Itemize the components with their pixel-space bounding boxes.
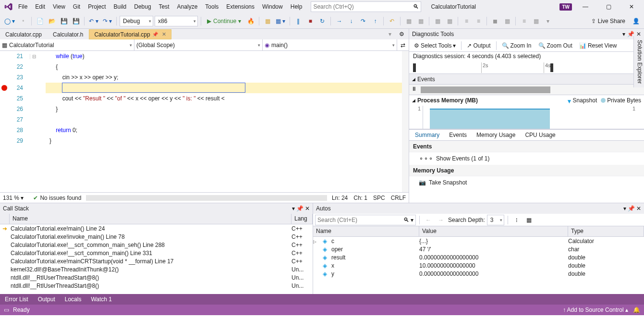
tool-icon[interactable]: ▦ [262,16,273,26]
tool-icon[interactable]: ▦ [524,215,535,225]
pin-icon[interactable]: 📌 [628,205,635,212]
scope-combo[interactable]: (Global Scope) [134,39,263,50]
code-line[interactable]: } [46,104,409,114]
call-stack-row[interactable]: CalculatorTutorial.exe!__scrt_common_mai… [0,249,313,257]
preview-icon[interactable]: ▾ [385,29,395,39]
diag-tab-events[interactable]: Events [445,130,471,140]
undo-icon[interactable]: ↶ ▾ [87,16,99,26]
events-section-header[interactable]: ◢Events [409,74,644,85]
reset-view-button[interactable]: 📊Reset View [576,40,620,51]
autos-row[interactable]: ◈oper47 '/'char [313,245,644,253]
autos-row[interactable]: ▷◈c{...}Calculator [313,237,644,245]
config-dropdown[interactable]: Debug [120,16,153,26]
call-stack-row[interactable]: CalculatorTutorial.exe!__scrt_common_mai… [0,241,313,249]
global-search-box[interactable]: 🔍︎ [311,1,421,12]
global-search-input[interactable] [313,3,413,10]
timeline-selection-start[interactable] [413,63,416,72]
stop-icon[interactable]: ■ [305,16,316,26]
function-combo[interactable]: ◉ main() [263,39,397,50]
menu-test[interactable]: Test [155,1,173,12]
tool-icon[interactable]: ≡ [461,16,472,26]
lang-column[interactable]: Lang [292,214,313,224]
step-into-icon[interactable]: ↓ [346,16,356,26]
restart-icon[interactable]: ↻ [317,16,328,26]
close-icon[interactable]: ✕ [162,31,166,37]
show-next-icon[interactable]: → [334,16,344,26]
tool-icon[interactable]: ▦ [444,16,455,26]
search-forward-icon[interactable]: → [436,215,446,225]
window-dropdown-icon[interactable]: ▾ [623,205,626,212]
zoom-out-button[interactable]: 🔍Zoom Out [535,40,575,51]
hot-reload-icon[interactable]: 🔥 [245,16,256,26]
diag-tab-summary[interactable]: Summary [411,130,443,140]
tool-icon[interactable]: ▦ ▾ [274,16,287,26]
close-icon[interactable]: ✕ [622,0,641,13]
code-line[interactable]: while (true) [46,51,409,61]
zoom-level[interactable]: 131 % ▾ [3,195,24,201]
forward-nav-icon[interactable]: • [18,16,28,26]
bottom-tab-output[interactable]: Output [33,294,60,304]
call-stack-row[interactable]: CalculatorTutorial.exe!invoke_main() Lin… [0,233,313,241]
output-button[interactable]: ↗Output [464,40,493,51]
menu-file[interactable]: File [14,1,31,12]
code-line[interactable]: } [46,135,409,146]
autos-row[interactable]: ◈x10.000000000000000double [313,261,644,270]
expand-icon[interactable]: ▷ [313,239,316,244]
menu-edit[interactable]: Edit [31,1,49,12]
platform-dropdown[interactable]: x86 [155,16,198,26]
save-all-icon[interactable]: 💾 [71,16,81,26]
notifications-icon[interactable]: 🔔 [633,307,640,313]
window-dropdown-icon[interactable]: ▾ [622,31,625,37]
name-column[interactable]: Name [313,226,419,236]
tool-icon[interactable]: ≡ [473,16,484,26]
file-tab[interactable]: Calculator.cpp [0,29,47,39]
call-stack-row[interactable]: CalculatorTutorial.exe!mainCRTStartup(vo… [0,257,313,265]
depth-dropdown[interactable]: 3 [487,215,504,225]
code-line[interactable] [46,114,409,125]
diag-tab-cpu-usage[interactable]: CPU Usage [521,130,559,140]
menu-window[interactable]: Window [258,1,287,12]
menu-help[interactable]: Help [287,1,306,12]
open-icon[interactable]: 📂 [47,16,57,26]
file-tab[interactable]: Calculator.h [48,29,88,39]
menu-project[interactable]: Project [84,1,109,12]
window-dropdown-icon[interactable]: ▾ [292,205,295,212]
step-out-icon[interactable]: ↑ [370,16,380,26]
project-combo[interactable]: ▦ CalculatorTutorial [0,39,134,50]
name-column[interactable]: Name [10,214,292,224]
menu-git[interactable]: Git [69,1,84,12]
save-icon[interactable]: 💾 [59,16,69,26]
tool-icon[interactable]: ▦ [531,16,541,26]
type-column[interactable]: Type [568,226,644,236]
tool-icon[interactable]: ▦ [502,16,512,26]
split-icon[interactable]: ⇄ [397,42,409,49]
bottom-tab-locals[interactable]: Locals [60,294,86,304]
feedback-icon[interactable]: 👤 [631,16,641,26]
file-tab[interactable]: CalculatorTutorial.cpp 📌 ✕ [89,29,171,39]
menu-extensions[interactable]: Extensions [222,1,258,12]
continue-button[interactable]: ▶ Continue ▾ [204,18,244,25]
menu-debug[interactable]: Debug [130,1,155,12]
menu-analyze[interactable]: Analyze [173,1,202,12]
zoom-in-button[interactable]: 🔍Zoom In [499,40,535,51]
issues-indicator[interactable]: ✔ No issues found [33,195,81,201]
memory-section-header[interactable]: ◢ Process Memory (MB) ▼Snapshot Private … [409,95,644,106]
select-tools-button[interactable]: ⚙Select Tools ▾ [411,40,459,51]
tool-icon[interactable]: ↶ [387,16,397,26]
take-snapshot-link[interactable]: 📷Take Snapshot [409,176,644,189]
tool-icon[interactable]: ▦ [403,16,414,26]
live-share-button[interactable]: ⇪ Live Share [587,18,629,25]
break-all-icon[interactable]: ‖ [293,16,304,26]
tool-icon[interactable]: ◼ [490,16,500,26]
source-control-button[interactable]: ↑ Add to Source Control ▴ [563,307,628,313]
horizontal-scrollbar[interactable] [86,195,327,201]
tab-gear-icon[interactable]: ⚙ [396,29,407,39]
code-line[interactable]: { [46,61,409,72]
timeline-selection-end[interactable] [550,63,553,72]
vertical-scrollbar[interactable] [402,51,409,192]
close-icon[interactable]: ✕ [636,205,641,212]
redo-icon[interactable]: ↷ ▾ [101,16,113,26]
autos-search-box[interactable]: 🔍︎ ▾ [315,215,416,225]
menu-tools[interactable]: Tools [201,1,222,12]
call-stack-row[interactable]: ➜CalculatorTutorial.exe!main() Line 24C+… [0,224,313,233]
